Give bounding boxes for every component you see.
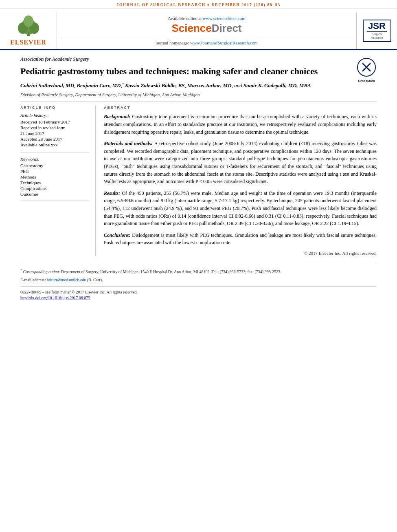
elsevier-tree-icon — [12, 15, 45, 38]
keywords-section: Keywords: Gastrostomy PEG Methods Techni… — [20, 157, 89, 196]
header-center: Available online at www.sciencedirect.co… — [57, 12, 356, 49]
svg-point-4 — [24, 15, 33, 27]
content-area: Association for Academic Surgery Pediatr… — [0, 50, 397, 306]
accepted-date: Accepted 28 June 2017 — [20, 137, 89, 141]
issn-line: 0022-4804/$ – see front matter © 2017 El… — [20, 290, 377, 294]
journal-homepage-text: journal homepage: www.JournalofSurgicalR… — [61, 38, 352, 45]
abstract-results: Results: Of the 450 patients, 255 (56.7%… — [104, 190, 377, 227]
methods-label: Materials and methods: — [104, 141, 154, 146]
article-info-header: ARTICLE INFO — [20, 106, 89, 110]
keyword-methods: Methods — [20, 174, 89, 179]
keyword-peg: PEG — [20, 169, 89, 174]
abstract-conclusions: Conclusions: Dislodgement is most likely… — [104, 232, 377, 247]
keyword-outcomes: Outcomes — [20, 192, 89, 196]
received-revised-label: Received in revised form — [20, 125, 89, 130]
sciencedirect-url[interactable]: www.sciencedirect.com — [203, 16, 246, 21]
association-label: Association for Academic Surgery — [20, 56, 377, 62]
email-link[interactable]: bdcarr@med.umich.edu — [47, 278, 86, 282]
keyword-gastrostomy: Gastrostomy — [20, 163, 89, 168]
crossmark-icon — [356, 57, 377, 77]
doi-link[interactable]: http://dx.doi.org/10.1016/j.jss.2017.06.… — [20, 296, 90, 300]
available-online-text: Available online at www.sciencedirect.co… — [168, 16, 246, 21]
sciencedirect-logo: ScienceDirect — [172, 22, 242, 35]
left-divider-2 — [20, 201, 89, 201]
jsr-letters: JSR — [368, 22, 386, 31]
left-divider-1 — [20, 152, 89, 152]
footnotes-section: * Corresponding author. Department of Su… — [20, 264, 377, 300]
abstract-methods: Materials and methods: A retrospective c… — [104, 140, 377, 185]
journal-homepage-url[interactable]: www.JournalofSurgicalResearch.com — [190, 40, 258, 45]
article-info-column: ARTICLE INFO Article history: Received 1… — [20, 106, 96, 256]
two-column-layout: ARTICLE INFO Article history: Received 1… — [20, 106, 377, 256]
affiliation: Division of Pediatric Surgery, Departmen… — [20, 92, 377, 97]
background-label: Background: — [104, 114, 132, 119]
abstract-background: Background: Gastrostomy tube placement i… — [104, 113, 377, 136]
jsr-subtext: SurgicalResearch — [371, 33, 383, 40]
journal-banner: JOURNAL OF SURGICAL RESEARCH ♦ DECEMBER … — [0, 0, 397, 9]
keyword-complications: Complications — [20, 186, 89, 191]
received-date-1: Received 10 February 2017 — [20, 119, 89, 124]
crossmark: CrossMark — [356, 57, 377, 83]
jsr-box: JSR SurgicalResearch — [363, 20, 391, 42]
corresponding-author-footnote: * Corresponding author. Department of Su… — [20, 268, 377, 275]
available-online: Available online xxx — [20, 142, 89, 147]
elsevier-wordmark: ELSEVIER — [10, 39, 46, 46]
authors: Cabrini Sutherland, MD, Benjamin Carr, M… — [20, 82, 377, 90]
history-label: Article history: — [20, 113, 89, 118]
abstract-header: ABSTRACT — [104, 106, 377, 110]
elsevier-logo: ELSEVIER — [0, 12, 57, 49]
footer-divider — [20, 286, 377, 287]
article-history: Article history: Received 10 February 20… — [20, 113, 89, 147]
banner-text: JOURNAL OF SURGICAL RESEARCH ♦ DECEMBER … — [116, 2, 281, 7]
copyright-line: © 2017 Elsevier Inc. All rights reserved… — [104, 251, 377, 256]
doi-line: http://dx.doi.org/10.1016/j.jss.2017.06.… — [20, 296, 377, 300]
main-divider — [20, 101, 377, 102]
jsr-logo: JSR SurgicalResearch — [356, 12, 397, 49]
conclusions-label: Conclusions: — [104, 232, 132, 238]
journal-header: ELSEVIER Available online at www.science… — [0, 9, 397, 50]
article-title: Pediatric gastrostomy tubes and techniqu… — [20, 66, 326, 77]
email-footnote: E-mail address: bdcarr@med.umich.edu (B.… — [20, 277, 377, 283]
results-label: Results: — [104, 190, 122, 196]
title-section: Pediatric gastrostomy tubes and techniqu… — [20, 66, 377, 77]
keywords-label: Keywords: — [20, 157, 89, 161]
received-revised-date: 21 June 2017 — [20, 131, 89, 136]
abstract-column: ABSTRACT Background: Gastrostomy tube pl… — [104, 106, 377, 256]
keyword-techniques: Techniques — [20, 180, 89, 185]
